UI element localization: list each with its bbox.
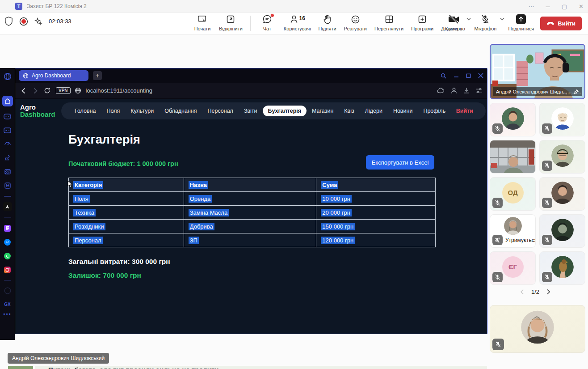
participant-video-tile[interactable] [490, 140, 536, 174]
instagram-icon[interactable] [4, 266, 12, 274]
mic-muted-icon [542, 161, 552, 171]
recording-indicator-icon [19, 17, 28, 26]
camera-button[interactable]: Камера [445, 14, 463, 31]
pager-next-icon[interactable] [546, 289, 550, 295]
view-grid-icon [385, 14, 394, 25]
nav-logout-link[interactable]: Вийти [452, 106, 478, 116]
camera-chevron-icon[interactable] [466, 17, 471, 21]
nav-item-polya[interactable]: Поля [101, 106, 126, 116]
leave-button[interactable]: Вийти [540, 17, 582, 30]
chat-icon [262, 14, 272, 25]
window-minimize-icon[interactable]: ─ [546, 3, 550, 10]
site-logo[interactable]: Agro Dashboard [20, 104, 55, 118]
participant-tile[interactable] [539, 251, 585, 285]
vpn-badge[interactable]: VPN [56, 87, 71, 94]
pager-label: 1/2 [531, 288, 539, 295]
total-expenses-text: Загальні витрати: 300 000 грн [68, 258, 170, 266]
gx-home-icon[interactable] [2, 96, 13, 106]
participant-avatar [551, 144, 574, 167]
participant-tile[interactable] [539, 103, 585, 136]
participant-tile[interactable]: ОД [490, 177, 536, 211]
gx-store-button[interactable]: GX [4, 302, 10, 307]
new-tab-button[interactable]: + [93, 71, 102, 80]
participant-avatar [504, 217, 522, 235]
export-excel-button[interactable]: Експортувати в Excel [366, 155, 434, 170]
participant-tile[interactable] [539, 177, 585, 211]
share-button[interactable]: Поділитися [508, 14, 534, 31]
m-workspace-icon[interactable] [4, 182, 12, 190]
start-share-button[interactable]: Почати [193, 14, 211, 31]
profile-placeholder-icon[interactable] [4, 287, 12, 295]
participant-tile[interactable] [539, 140, 585, 174]
browser-close-icon[interactable] [478, 73, 483, 78]
participant-tile-wide[interactable] [490, 305, 585, 353]
header-category: Категорія [69, 178, 184, 192]
nav-item-magazyn[interactable]: Магазин [307, 106, 339, 116]
speed-dial-icon[interactable] [4, 140, 12, 148]
nav-item-kviz[interactable]: Квіз [339, 106, 359, 116]
pinned-app-icon[interactable] [3, 202, 12, 211]
window-maximize-icon[interactable]: ▢ [562, 3, 567, 10]
people-button[interactable]: 16 Користувачі [284, 14, 311, 31]
nav-item-buhgalteriya[interactable]: Бухгалтерія [263, 106, 307, 116]
participant-tile[interactable] [490, 103, 536, 136]
raise-hand-icon [323, 14, 332, 25]
mic-onhold-icon [492, 235, 503, 245]
mic-button[interactable]: Мікрофон [475, 14, 497, 31]
nav-item-profil[interactable]: Профіль [418, 106, 451, 116]
nav-item-obladnannya[interactable]: Обладнання [159, 106, 202, 116]
chat-button[interactable]: Чат [258, 14, 276, 31]
flow-cloud-icon[interactable] [437, 88, 445, 93]
browser-addressbar: VPN localhost:1911/accounting [15, 83, 487, 99]
nav-item-zvity[interactable]: Звіти [239, 106, 263, 116]
downloads-icon[interactable] [463, 87, 470, 94]
mic-chevron-icon[interactable] [500, 17, 504, 21]
react-button[interactable]: Реагувати [344, 14, 367, 31]
site-globe-icon[interactable] [75, 87, 81, 94]
twitch-icon[interactable] [4, 224, 12, 232]
speaker-video-tile[interactable]: Андрій Олександрович Шидл... using droid… [490, 44, 585, 99]
back-button-icon[interactable] [21, 88, 27, 94]
apps-button[interactable]: Програми [411, 14, 433, 31]
window-menu-icon[interactable]: ⋯ [529, 3, 534, 10]
people-icon [290, 14, 298, 24]
tab-favicon-globe-icon [23, 73, 29, 79]
browser-minimize-icon[interactable] [454, 73, 459, 78]
browser-tab-agro-dashboard[interactable]: Agro Dashboard [19, 70, 88, 81]
rail-more-icon[interactable]: ••• [3, 311, 12, 318]
messenger-icon[interactable] [4, 238, 12, 246]
nav-item-golovna[interactable]: Головна [69, 106, 101, 116]
view-button[interactable]: Переглянути [374, 14, 403, 31]
cleaner-icon[interactable] [4, 154, 12, 162]
participant-tile-onhold[interactable]: Утримується [490, 214, 536, 248]
gx-corner-icon[interactable] [4, 112, 12, 120]
mic-muted-icon [492, 123, 503, 134]
url-text[interactable]: localhost:1911/accounting [86, 87, 152, 94]
pager-prev-icon[interactable] [520, 289, 524, 295]
mic-muted-icon [492, 198, 503, 208]
nav-item-lidery[interactable]: Лідери [360, 106, 388, 116]
initial-budget-text: Початковий бюджет: 1 000 000 грн [68, 160, 178, 167]
teams-toolbar: 02:03:33 Почати Відкріпити Чат [0, 13, 588, 34]
raise-hand-button[interactable]: Підняти [319, 14, 336, 31]
profile-icon[interactable] [451, 87, 457, 94]
sparkle-icon[interactable] [34, 17, 42, 25]
easy-setup-icon[interactable] [476, 88, 483, 93]
participant-tile[interactable] [539, 214, 585, 248]
forward-button-icon[interactable] [32, 88, 38, 94]
nav-item-personal[interactable]: Персонал [202, 106, 239, 116]
opera-logo-icon[interactable] [4, 72, 12, 81]
nav-item-kultury[interactable]: Культури [125, 106, 159, 116]
reload-button-icon[interactable] [44, 87, 50, 94]
participant-tile[interactable]: ЄГ [490, 251, 536, 285]
shield-icon[interactable] [4, 17, 13, 26]
nav-item-novyny[interactable]: Новини [388, 106, 418, 116]
mods-icon[interactable] [4, 168, 12, 176]
unpin-button[interactable]: Відкріпити [219, 14, 243, 31]
whatsapp-icon[interactable] [4, 252, 12, 260]
browser-maximize-icon[interactable] [466, 73, 471, 78]
gx-games-icon[interactable] [4, 126, 12, 134]
browser-search-icon[interactable] [441, 73, 446, 79]
apps-plus-icon [418, 14, 427, 25]
window-close-icon[interactable]: ✕ [579, 3, 584, 10]
